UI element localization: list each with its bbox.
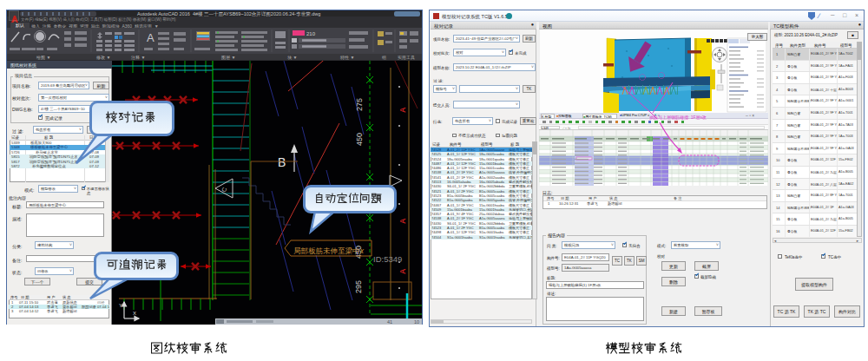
svg-text:10: 10	[414, 319, 419, 325]
svg-text:210: 210	[306, 31, 316, 36]
svg-text:C: C	[220, 187, 227, 193]
svg-text:A: A	[398, 268, 407, 274]
svg-text:41: 41	[387, 319, 392, 325]
svg-text:B: B	[278, 155, 286, 169]
svg-text:X: X	[133, 311, 136, 316]
svg-text:A: A	[147, 31, 155, 44]
svg-text:A: A	[398, 218, 407, 224]
svg-text:A: A	[398, 107, 407, 113]
svg-text:ID:5349: ID:5349	[373, 254, 402, 264]
svg-text:275: 275	[355, 98, 364, 111]
svg-text:Y: Y	[119, 303, 122, 308]
svg-text:局部板筋未伸至梁中𝑥: 局部板筋未伸至梁中𝑥	[293, 246, 365, 255]
svg-text:450: 450	[355, 133, 364, 146]
svg-text:295: 295	[354, 280, 363, 293]
